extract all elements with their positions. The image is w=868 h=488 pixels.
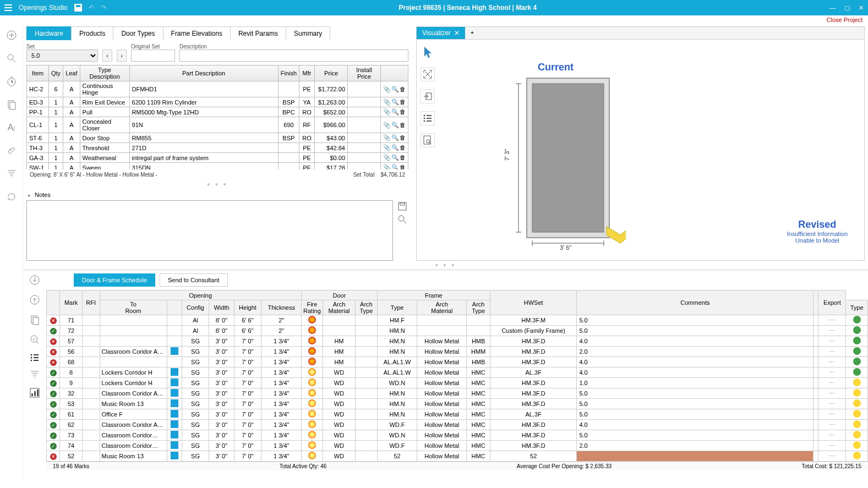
delete-icon[interactable]: 🗑 bbox=[400, 154, 406, 161]
download-icon[interactable] bbox=[29, 275, 40, 286]
schedule-table[interactable]: MarkRFI Opening Door Frame HWSet Comment… bbox=[46, 290, 868, 462]
hardware-row[interactable]: ED-31ARim Exit Device6200 1109 Rim Cylin… bbox=[27, 97, 408, 107]
delete-icon[interactable]: 🗑 bbox=[400, 108, 406, 116]
schedule-row[interactable]: ✓ 62 Classroom Coridor A… SG3' 0"7' 0"1 … bbox=[47, 420, 868, 430]
save-icon[interactable] bbox=[74, 4, 82, 12]
tab-summary[interactable]: Summary bbox=[286, 26, 330, 40]
maximize-icon[interactable]: ▢ bbox=[844, 4, 850, 12]
redo-icon[interactable]: ↷ bbox=[101, 4, 106, 12]
schedule-row[interactable]: ✓ 73 Classroom Coridor… SG3' 0"7' 0"1 3/… bbox=[47, 430, 868, 441]
minimize-icon[interactable]: — bbox=[829, 4, 836, 12]
schedule-row[interactable]: ✓ 72 Al8' 0"6' 6"2" HM.N Custom (Family … bbox=[47, 326, 868, 336]
schedule-row[interactable]: ✕ 57 SG3' 0"7' 0"1 3/4" HMHM.N Hollow Me… bbox=[47, 336, 868, 347]
row-menu-icon[interactable]: ⋯ bbox=[829, 411, 835, 418]
horizontal-splitter[interactable]: • • • bbox=[26, 180, 408, 189]
refresh-icon[interactable] bbox=[5, 190, 18, 204]
notes-textarea[interactable] bbox=[26, 200, 393, 261]
row-menu-icon[interactable]: ⋯ bbox=[829, 390, 835, 397]
set-select[interactable]: 5.0 bbox=[26, 50, 98, 62]
row-menu-icon[interactable]: ⋯ bbox=[829, 317, 835, 323]
row-menu-icon[interactable]: ⋯ bbox=[829, 359, 835, 365]
schedule-row[interactable]: ✓ 61 Office F SG3' 0"7' 0"1 3/4" WDHM.N … bbox=[47, 409, 868, 420]
attach-icon[interactable]: 📎 bbox=[383, 108, 391, 116]
row-menu-icon[interactable]: ⋯ bbox=[829, 442, 835, 449]
search-icon[interactable] bbox=[5, 52, 18, 65]
attachment-icon[interactable] bbox=[5, 144, 18, 157]
tab-products[interactable]: Products bbox=[71, 26, 113, 40]
row-menu-icon[interactable]: ⋯ bbox=[829, 348, 835, 355]
upload-icon[interactable] bbox=[29, 294, 40, 305]
tab-hardware[interactable]: Hardware bbox=[26, 26, 72, 40]
consultant-tab[interactable]: Send to Consultant bbox=[160, 273, 228, 287]
hardware-row[interactable]: TH-31AThreshold271DPE$42.84📎🔍🗑 bbox=[27, 143, 408, 153]
row-menu-icon[interactable]: ⋯ bbox=[829, 380, 835, 386]
inspect-icon[interactable] bbox=[29, 334, 40, 345]
visualizer-tab[interactable]: Visualizer✕ bbox=[417, 27, 465, 39]
view-icon[interactable]: 🔍 bbox=[391, 86, 399, 93]
view-icon[interactable]: 🔍 bbox=[391, 164, 399, 169]
view-icon[interactable]: 🔍 bbox=[391, 98, 399, 106]
copy-icon[interactable] bbox=[5, 98, 18, 111]
page-search-icon[interactable] bbox=[421, 133, 435, 147]
view-icon[interactable]: 🔍 bbox=[391, 122, 399, 129]
hardware-row[interactable]: CL-11AConcealed Closer91N690RF$966.00📎🔍🗑 bbox=[27, 117, 408, 133]
hardware-table[interactable]: Item Qty Leaf Type Description Part Desc… bbox=[26, 65, 408, 169]
filter-icon[interactable] bbox=[5, 167, 18, 180]
row-menu-icon[interactable]: ⋯ bbox=[829, 453, 835, 459]
delete-icon[interactable]: 🗑 bbox=[400, 98, 406, 106]
vertical-splitter[interactable]: ⋮ bbox=[408, 24, 414, 261]
attach-icon[interactable]: 📎 bbox=[383, 122, 391, 129]
text-icon[interactable]: A| bbox=[5, 121, 18, 134]
attach-icon[interactable]: 📎 bbox=[383, 98, 391, 106]
row-menu-icon[interactable]: ⋯ bbox=[829, 421, 835, 428]
hardware-row[interactable]: HC-26AContinuous HingeDFMHD1PE$1,722.00📎… bbox=[27, 81, 408, 97]
schedule-row[interactable]: ✓ 74 Classroom Coridor… SG3' 0"7' 0"1 3/… bbox=[47, 441, 868, 451]
list2-icon[interactable] bbox=[30, 354, 40, 361]
row-menu-icon[interactable]: ⋯ bbox=[829, 369, 835, 376]
row-menu-icon[interactable]: ⋯ bbox=[829, 401, 835, 407]
viz-add-tab[interactable]: + bbox=[465, 27, 479, 39]
zoom-extents-icon[interactable] bbox=[421, 67, 435, 81]
delete-icon[interactable]: 🗑 bbox=[400, 134, 406, 141]
view-icon[interactable]: 🔍 bbox=[391, 154, 399, 161]
filter2-icon[interactable] bbox=[30, 370, 40, 379]
hardware-row[interactable]: GA-31AWeathersealintregal part of frame … bbox=[27, 153, 408, 163]
copy2-icon[interactable] bbox=[30, 314, 40, 325]
row-menu-icon[interactable]: ⋯ bbox=[829, 327, 835, 334]
attach-icon[interactable]: 📎 bbox=[383, 154, 391, 161]
schedule-row[interactable]: ✓ 53 Music Room 13 SG3' 0"7' 0"1 3/4" WD… bbox=[47, 399, 868, 409]
schedule-row[interactable]: ✕ 71 Al8' 0"6' 6"2" HM.F HM.3F.M 5.0 ⋯ bbox=[47, 315, 868, 326]
schedule-row[interactable]: ✕ 68 SG3' 0"7' 0"1 3/4" HMAL.AL1.W Hollo… bbox=[47, 357, 868, 368]
row-menu-icon[interactable]: ⋯ bbox=[829, 432, 835, 438]
section-splitter[interactable]: • • • bbox=[23, 261, 868, 270]
close-project-link[interactable]: Close Project bbox=[827, 17, 862, 23]
notes-search-icon[interactable] bbox=[397, 215, 407, 224]
tab-doortypes[interactable]: Door Types bbox=[113, 26, 163, 40]
schedule-row[interactable]: ✓ 8 Lockers Corridor H SG3' 0"7' 0"1 3/4… bbox=[47, 368, 868, 378]
delete-icon[interactable]: 🗑 bbox=[400, 122, 406, 129]
schedule-tab[interactable]: Door & Frame Schedule bbox=[74, 273, 155, 287]
hardware-row[interactable]: ST-61ADoor StopRM855BSPRO$43.00📎🔍🗑 bbox=[27, 133, 408, 143]
attach-icon[interactable]: 📎 bbox=[383, 134, 391, 141]
list-icon[interactable] bbox=[421, 111, 435, 125]
view-icon[interactable]: 🔍 bbox=[391, 134, 399, 141]
tab-revit[interactable]: Revit Params bbox=[230, 26, 286, 40]
origset-input[interactable] bbox=[131, 50, 175, 62]
tab-frameelev[interactable]: Frame Elevations bbox=[163, 26, 231, 40]
hardware-row[interactable]: SW-11ASweep315DNPE$17.28📎🔍🗑 bbox=[27, 163, 408, 170]
set-next-button[interactable]: › bbox=[117, 50, 127, 62]
notes-save-icon[interactable] bbox=[397, 201, 407, 211]
delete-icon[interactable]: 🗑 bbox=[400, 164, 406, 169]
cursor-icon[interactable] bbox=[421, 45, 435, 59]
row-menu-icon[interactable]: ⋯ bbox=[829, 338, 835, 344]
view-icon[interactable]: 🔍 bbox=[391, 144, 399, 151]
schedule-row[interactable]: ✓ 9 Lockers Corridor H SG3' 0"7' 0"1 3/4… bbox=[47, 378, 868, 388]
desc-input[interactable] bbox=[179, 50, 408, 62]
import-icon[interactable] bbox=[421, 89, 435, 103]
attach-icon[interactable]: 📎 bbox=[383, 144, 391, 151]
add-icon[interactable] bbox=[5, 29, 18, 42]
delete-icon[interactable]: 🗑 bbox=[400, 86, 406, 93]
delete-icon[interactable]: 🗑 bbox=[400, 144, 406, 151]
viz-close-icon[interactable]: ✕ bbox=[454, 29, 460, 37]
view-icon[interactable]: 🔍 bbox=[391, 108, 399, 116]
